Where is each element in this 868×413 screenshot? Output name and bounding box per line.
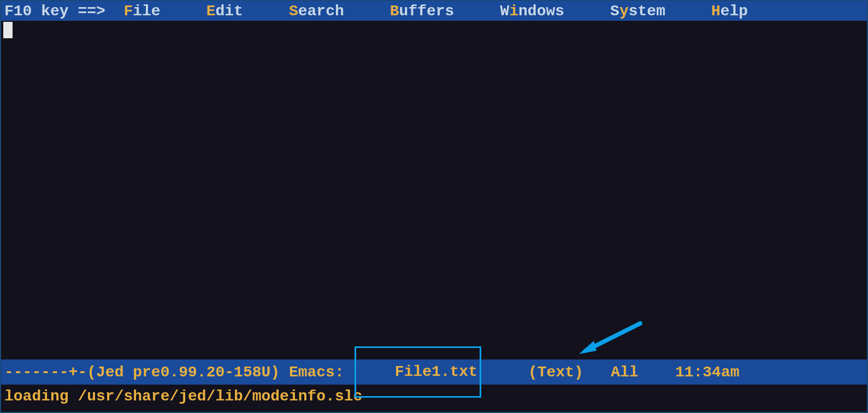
menu-prefix-hint: F10 key ==> — [4, 3, 123, 20]
text-cursor — [3, 22, 13, 38]
status-position: All — [611, 364, 638, 381]
minibuffer-message: loading /usr/share/jed/lib/modeinfo.slc — [4, 388, 362, 405]
editor-text-area[interactable] — [1, 21, 867, 359]
menu-system[interactable]: System — [610, 3, 665, 20]
menu-file[interactable]: File — [123, 3, 160, 20]
menu-search[interactable]: Search — [289, 3, 344, 20]
status-bar: -------+- (Jed pre0.99.20-158U) Emacs: F… — [1, 359, 867, 385]
menu-windows[interactable]: Windows — [500, 3, 564, 20]
status-mode-label: Emacs: — [280, 364, 353, 381]
status-filename-highlighted: File1.txt — [355, 346, 481, 398]
status-filename: File1.txt — [395, 363, 477, 380]
status-time: 11:34am — [675, 364, 740, 381]
status-version: (Jed pre0.99.20-158U) — [87, 364, 280, 381]
menu-help[interactable]: Help — [711, 3, 748, 20]
status-buffer-mode: (Text) — [528, 364, 583, 381]
menu-buffers[interactable]: Buffers — [390, 3, 454, 20]
status-modified-indicator: -------+- — [4, 364, 87, 381]
menu-edit[interactable]: Edit — [206, 3, 243, 20]
menu-bar: F10 key ==> File Edit Search Buffers Win… — [1, 1, 867, 21]
